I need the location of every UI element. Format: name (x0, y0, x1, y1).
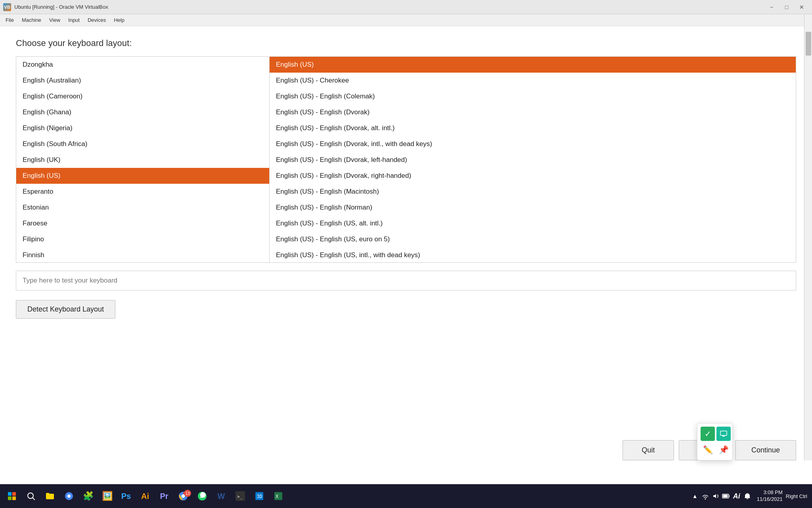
menu-bar: File Machine View Input Devices Help (0, 14, 812, 26)
window-title: Ubuntu [Running] - Oracle VM VirtualBox (14, 4, 764, 10)
scrollbar-thumb (806, 32, 811, 56)
svg-point-19 (705, 498, 706, 500)
variant-us-alt[interactable]: English (US) - English (US, alt. intl.) (270, 216, 796, 231)
taskbar: 🧩 🖼️ Ps Ai Pr (0, 484, 812, 508)
system-tray: ▲ Ai (690, 491, 752, 501)
variant-header[interactable]: English (US) (270, 57, 796, 73)
svg-rect-21 (729, 495, 730, 497)
variant-norman[interactable]: English (US) - English (Norman) (270, 200, 796, 216)
list-item-english-ng[interactable]: English (Nigeria) (16, 120, 269, 136)
list-item-english-gh[interactable]: English (Ghana) (16, 104, 269, 120)
chrome-badge: 13 (184, 490, 191, 497)
svg-rect-22 (723, 495, 728, 498)
variant-dvorak[interactable]: English (US) - English (Dvorak) (270, 104, 796, 120)
quit-button[interactable]: Quit (622, 440, 674, 460)
svg-text:>_: >_ (237, 494, 243, 499)
title-bar: VB Ubuntu [Running] - Oracle VM VirtualB… (0, 0, 812, 14)
taskbar-3d[interactable]: 3D (251, 487, 268, 505)
menu-help[interactable]: Help (110, 15, 128, 25)
list-item-dzongkha[interactable]: Dzongkha (16, 57, 269, 73)
svg-text:X: X (276, 494, 279, 499)
list-item-faroese[interactable]: Faroese (16, 216, 269, 231)
maximize-button[interactable]: □ (779, 2, 794, 13)
svg-rect-0 (720, 431, 727, 435)
window-scrollbar[interactable] (804, 14, 812, 460)
popup-pin-icon[interactable]: 📌 (716, 443, 731, 457)
minimize-button[interactable]: − (764, 2, 779, 13)
variant-us-intl[interactable]: English (US) - English (US, intl., with … (270, 247, 796, 263)
start-button[interactable] (3, 487, 21, 505)
svg-rect-4 (8, 496, 11, 500)
taskbar-premiere[interactable]: Pr (155, 487, 173, 505)
svg-rect-2 (8, 492, 11, 496)
taskbar-browser[interactable] (60, 487, 78, 505)
taskbar-app-1[interactable]: 🧩 (79, 487, 97, 505)
variant-dvorak-right[interactable]: English (US) - English (Dvorak, right-ha… (270, 168, 796, 184)
list-item-esperanto[interactable]: Esperanto (16, 184, 269, 200)
page-title: Choose your keyboard layout: (16, 38, 796, 48)
list-item-english-us[interactable]: English (US) (16, 168, 269, 184)
variant-dvorak-intl[interactable]: English (US) - English (Dvorak, intl., w… (270, 136, 796, 152)
list-item-finnish[interactable]: Finnish (16, 247, 269, 263)
variant-macintosh[interactable]: English (US) - English (Macintosh) (270, 184, 796, 200)
continue-button[interactable]: Continue (735, 440, 796, 460)
svg-rect-1 (722, 436, 725, 437)
svg-line-7 (33, 498, 34, 500)
list-item-english-za[interactable]: English (South Africa) (16, 136, 269, 152)
popup-screen-icon[interactable] (716, 427, 731, 441)
virtualbox-window: VB Ubuntu [Running] - Oracle VM VirtualB… (0, 0, 812, 484)
taskbar-terminal[interactable]: >_ (232, 487, 249, 505)
taskbar-whatsapp[interactable] (193, 487, 211, 505)
list-item-filipino[interactable]: Filipino (16, 231, 269, 247)
svg-text:3D: 3D (257, 494, 262, 499)
list-item-english-au[interactable]: English (Australian) (16, 73, 269, 89)
close-button[interactable]: ✕ (795, 2, 809, 13)
variant-list[interactable]: English (US) English (US) - Cherokee Eng… (270, 56, 796, 263)
taskbar-word[interactable]: W (213, 487, 230, 505)
title-controls: − □ ✕ (764, 2, 809, 13)
tray-notification-icon[interactable] (743, 491, 752, 501)
menu-input[interactable]: Input (64, 15, 84, 25)
taskbar-file-manager[interactable] (41, 487, 59, 505)
popup-check-icon[interactable]: ✓ (701, 427, 715, 441)
taskbar-tray: ▲ Ai 3:08 PM 11/16/2021 Right Ctrl (690, 489, 812, 503)
variant-dvorak-alt[interactable]: English (US) - English (Dvorak, alt. int… (270, 120, 796, 136)
taskbar-photoshop[interactable]: Ps (117, 487, 135, 505)
tray-battery-icon[interactable] (721, 491, 731, 501)
tray-up-arrow[interactable]: ▲ (690, 491, 700, 501)
keyboard-layout-panels: Dzongkha English (Australian) English (C… (16, 56, 796, 263)
variant-dvorak-left[interactable]: English (US) - English (Dvorak, left-han… (270, 152, 796, 168)
ai-label: Ai (732, 492, 742, 500)
svg-point-9 (67, 495, 71, 498)
taskbar-chrome-wrap: 13 (174, 487, 192, 505)
variant-cherokee[interactable]: English (US) - Cherokee (270, 73, 796, 89)
taskbar-clock[interactable]: 3:08 PM 11/16/2021 (757, 489, 783, 503)
list-item-estonian[interactable]: Estonian (16, 200, 269, 216)
taskbar-illustrator[interactable]: Ai (136, 487, 154, 505)
tray-network-icon[interactable] (701, 491, 710, 501)
search-button[interactable] (22, 487, 40, 505)
keyboard-test-input[interactable] (16, 271, 796, 291)
svg-rect-3 (12, 492, 16, 496)
tray-volume-icon[interactable] (711, 491, 720, 501)
menu-file[interactable]: File (2, 15, 18, 25)
variant-colemak[interactable]: English (US) - English (Colemak) (270, 89, 796, 104)
list-item-english-cm[interactable]: English (Cameroon) (16, 89, 269, 104)
taskbar-spreadsheet[interactable]: X (270, 487, 287, 505)
menu-devices[interactable]: Devices (84, 15, 110, 25)
taskbar-app-2[interactable]: 🖼️ (98, 487, 116, 505)
taskbar-left: 🧩 🖼️ Ps Ai Pr (0, 487, 287, 505)
vbox-icon: VB (3, 3, 11, 11)
variant-us-euro[interactable]: English (US) - English (US, euro on 5) (270, 231, 796, 247)
menu-view[interactable]: View (45, 15, 64, 25)
mini-popup: ✓ ✏️ 📌 (697, 423, 733, 460)
language-list[interactable]: Dzongkha English (Australian) English (C… (16, 56, 270, 263)
detect-keyboard-button[interactable]: Detect Keyboard Layout (16, 300, 115, 319)
clock-date: 11/16/2021 (757, 496, 783, 503)
clock-time: 3:08 PM (763, 489, 782, 496)
list-item-english-uk[interactable]: English (UK) (16, 152, 269, 168)
menu-machine[interactable]: Machine (18, 15, 45, 25)
popup-pen-icon[interactable]: ✏️ (701, 443, 715, 457)
right-ctrl-label: Right Ctrl (786, 493, 807, 499)
svg-rect-5 (12, 496, 16, 500)
